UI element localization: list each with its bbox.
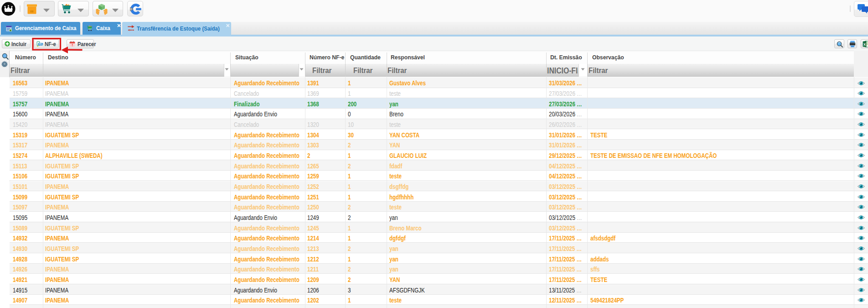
svg-text:X: X [863, 42, 866, 47]
